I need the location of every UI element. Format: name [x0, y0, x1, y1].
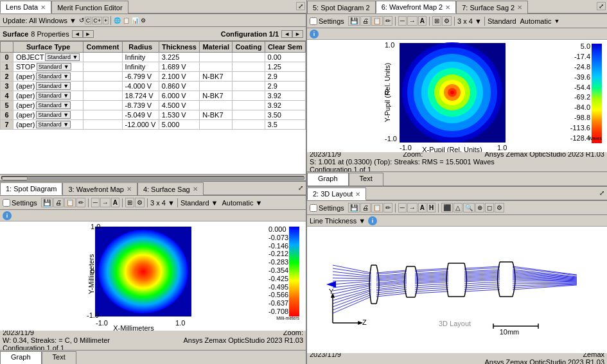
cell-comment[interactable] — [84, 53, 122, 62]
float-icon-r[interactable]: ⤢ — [597, 2, 606, 10]
tb-text-3d[interactable]: A — [418, 203, 427, 212]
cell-radius[interactable]: Infinity — [122, 62, 159, 72]
graph-tab-bl[interactable]: Graph — [0, 351, 42, 364]
cell-radius[interactable]: -12.000 V — [122, 120, 159, 130]
automatic-dropdown-r[interactable]: Automatic — [520, 17, 552, 25]
tb-print-r[interactable]: 🖨 — [360, 16, 371, 26]
tab-3d-layout[interactable]: 2: 3D Layout ✕ — [307, 187, 366, 200]
cell-coating[interactable] — [233, 82, 265, 91]
cell-surface-type[interactable]: (aper) Standard ▼ — [13, 72, 84, 82]
settings-checkbox-r[interactable] — [310, 17, 317, 25]
cell-thickness[interactable]: 6.000 V — [159, 91, 199, 101]
cell-surface-type[interactable]: (aper) Standard ▼ — [13, 120, 84, 130]
settings-label-r[interactable]: Settings — [319, 17, 344, 25]
close-icon-wm3[interactable]: ✕ — [127, 186, 132, 193]
info-button-bl[interactable]: i — [3, 211, 12, 220]
tb-gear-3d[interactable]: ⚙ — [495, 203, 504, 212]
next-surface-btn[interactable]: ► — [83, 30, 94, 38]
tb-dash[interactable]: ─ — [91, 198, 100, 207]
tb-pencil-r[interactable]: ✏ — [383, 16, 392, 26]
float-icon-bl[interactable]: ⤢ — [297, 184, 304, 191]
float-icon[interactable]: ⤢ — [296, 2, 305, 10]
close-icon-wf[interactable]: ✕ — [445, 4, 450, 11]
cell-material[interactable] — [200, 53, 233, 62]
tb-dash-r[interactable]: ─ — [398, 16, 407, 26]
prev-surface-btn[interactable]: ◄ — [72, 30, 83, 38]
cell-comment[interactable] — [84, 62, 122, 72]
close-icon-ss[interactable]: ✕ — [517, 4, 522, 11]
tab-lens-data[interactable]: Lens Data ✕ — [0, 1, 51, 13]
toolbar-icon6[interactable]: 📊 — [131, 17, 139, 24]
tb-h-3d[interactable]: H — [427, 203, 435, 212]
cell-clear[interactable]: 0.00 — [265, 53, 305, 62]
cell-thickness[interactable]: 5.000 — [159, 120, 199, 130]
tb-dash-3d[interactable]: ─ — [398, 203, 407, 212]
table-row[interactable]: 2 (aper) Standard ▼ -6.799 V 2.100 V N-B… — [1, 72, 306, 82]
settings-label-3d[interactable]: Settings — [319, 204, 344, 212]
cell-comment[interactable] — [84, 120, 122, 130]
prev-config-btn[interactable]: ◄ — [281, 30, 292, 38]
toolbar-icon1[interactable]: C — [85, 17, 92, 24]
table-row[interactable]: 5 (aper) Standard ▼ -8.739 V 4.500 V 3.9… — [1, 101, 306, 110]
cell-comment[interactable] — [84, 82, 122, 91]
tb-cube2-3d[interactable]: ◻ — [485, 203, 494, 212]
settings-checkbox[interactable] — [3, 199, 10, 207]
tb-copy[interactable]: 📋 — [64, 198, 76, 207]
cell-radius[interactable]: -6.799 V — [122, 72, 159, 82]
cell-comment[interactable] — [84, 101, 122, 110]
cell-thickness[interactable]: 4.500 V — [159, 101, 199, 110]
table-row[interactable]: 1 STOP Standard ▼ Infinity 1.689 V 1.25 — [1, 62, 306, 72]
tab-spot-diagram-2[interactable]: 5: Spot Diagram 2 — [307, 1, 376, 13]
cell-surface-type[interactable]: (aper) Standard ▼ — [13, 82, 84, 91]
cell-clear[interactable]: 3.92 — [265, 91, 305, 101]
cell-clear[interactable]: 2.9 — [265, 82, 305, 91]
tab-wavefront-map-3[interactable]: 3: Wavefront Map ✕ — [62, 182, 137, 195]
tb-pencil[interactable]: ✏ — [76, 198, 85, 207]
tb-mag-3d[interactable]: ⊕ — [475, 203, 484, 212]
table-row[interactable]: 7 (aper) Standard ▼ -12.000 V 5.000 3.5 — [1, 120, 306, 130]
cell-coating[interactable] — [233, 101, 265, 110]
tb-gear-r[interactable]: ⚙ — [442, 16, 452, 26]
cell-comment[interactable] — [84, 91, 122, 101]
cell-radius[interactable]: Infinity — [122, 53, 159, 62]
cell-clear[interactable]: 3.92 — [265, 101, 305, 110]
cell-coating[interactable] — [233, 91, 265, 101]
cell-clear[interactable]: 2.9 — [265, 72, 305, 82]
cell-coating[interactable] — [233, 110, 265, 120]
tb-save-r[interactable]: 💾 — [348, 16, 360, 26]
next-config-btn[interactable]: ► — [292, 30, 303, 38]
standard-dropdown-r[interactable]: Standard — [488, 17, 516, 25]
line-thickness-label[interactable]: Line Thickness ▼ — [310, 217, 365, 225]
toolbar-icon3[interactable]: + — [103, 17, 109, 24]
cell-thickness[interactable]: 0.860 V — [159, 82, 199, 91]
close-icon-3d[interactable]: ✕ — [355, 191, 360, 198]
float-icon-3d[interactable]: ⤢ — [598, 189, 606, 196]
cell-thickness[interactable]: 3.225 — [159, 53, 199, 62]
toolbar-icon7[interactable]: ⚙ — [140, 17, 146, 24]
tb-save-3d[interactable]: 💾 — [348, 203, 360, 212]
tb-copy-r[interactable]: 📋 — [371, 16, 383, 26]
cell-thickness[interactable]: 1.530 V — [159, 110, 199, 120]
info-button-r[interactable]: i — [310, 30, 319, 39]
cell-material[interactable]: N-BK7 — [200, 91, 233, 101]
cell-radius[interactable]: -4.000 V — [122, 82, 159, 91]
cell-coating[interactable] — [233, 120, 265, 130]
cell-clear[interactable]: 3.50 — [265, 110, 305, 120]
cell-coating[interactable] — [233, 53, 265, 62]
toolbar-icon5[interactable]: 📋 — [122, 17, 130, 24]
tb-arrow-r[interactable]: → — [407, 16, 418, 26]
settings-checkbox-3d[interactable] — [310, 204, 317, 212]
cell-radius[interactable]: 18.724 V — [122, 91, 159, 101]
cell-material[interactable] — [200, 101, 233, 110]
tab-surface-sag-2[interactable]: 7: Surface Sag 2 ✕ — [456, 1, 528, 13]
table-row[interactable]: 6 (aper) Standard ▼ -5.049 V 1.530 V N-B… — [1, 110, 306, 120]
toolbar-icon4[interactable]: 🌐 — [113, 17, 121, 24]
tab-wavefront-map-2[interactable]: 6: Wavefront Map 2 ✕ — [376, 1, 457, 13]
cell-material[interactable]: N-BK7 — [200, 72, 233, 82]
tb-print[interactable]: 🖨 — [53, 198, 64, 207]
standard-dropdown[interactable]: Standard ▼ — [180, 199, 218, 207]
cell-material[interactable] — [200, 120, 233, 130]
tb-copy-3d[interactable]: 📋 — [371, 203, 383, 212]
tb-gear[interactable]: ⚙ — [135, 198, 145, 207]
tb-arrow[interactable]: → — [100, 198, 110, 207]
